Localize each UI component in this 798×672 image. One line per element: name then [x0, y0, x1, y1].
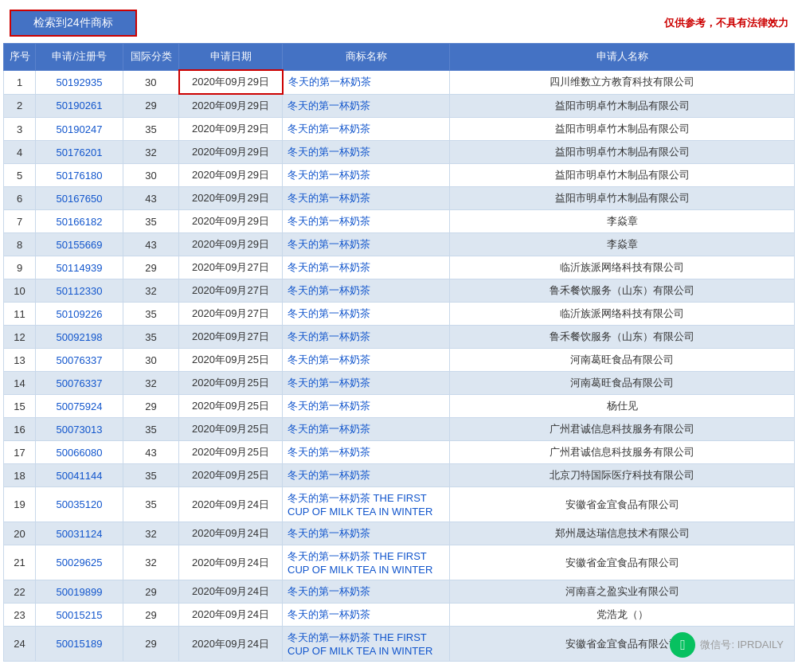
cell-appno[interactable]: 50015189 — [36, 627, 123, 662]
tmname-link[interactable]: 冬天的第一杯奶茶 — [288, 608, 370, 620]
appno-link[interactable]: 50035120 — [57, 498, 103, 510]
cell-appno[interactable]: 50019899 — [36, 580, 123, 604]
cell-appno[interactable]: 50190261 — [36, 94, 123, 118]
appno-link[interactable]: 50015215 — [57, 609, 103, 621]
tmname-link[interactable]: 冬天的第一杯奶茶 — [288, 354, 370, 365]
appno-link[interactable]: 50190247 — [57, 123, 103, 135]
cell-appno[interactable]: 50092198 — [36, 326, 123, 349]
appno-link[interactable]: 50109226 — [57, 308, 103, 320]
cell-appno[interactable]: 50073013 — [36, 418, 123, 441]
appno-link[interactable]: 50019899 — [57, 586, 103, 598]
tmname-link[interactable]: 冬天的第一杯奶茶 — [288, 261, 370, 273]
cell-tmname[interactable]: 冬天的第一杯奶茶 — [283, 118, 450, 141]
appno-link[interactable]: 50166182 — [57, 216, 103, 228]
cell-appno[interactable]: 50192935 — [36, 70, 123, 94]
tmname-link[interactable]: 冬天的第一杯奶茶 — [288, 423, 370, 435]
appno-link[interactable]: 50073013 — [57, 424, 103, 436]
cell-appno[interactable]: 50176201 — [36, 141, 123, 164]
appno-link[interactable]: 50167650 — [57, 193, 103, 205]
cell-tmname[interactable]: 冬天的第一杯奶茶 — [283, 303, 450, 326]
cell-appno[interactable]: 50029625 — [36, 545, 123, 580]
cell-appno[interactable]: 50167650 — [36, 187, 123, 210]
appno-link[interactable]: 50076337 — [57, 354, 103, 366]
cell-tmname[interactable]: 冬天的第一杯奶茶 — [283, 326, 450, 349]
tmname-link[interactable]: 冬天的第一杯奶茶 THE FIRST CUP OF MILK TEA IN WI… — [288, 492, 432, 518]
tmname-link[interactable]: 冬天的第一杯奶茶 — [288, 585, 370, 597]
cell-appno[interactable]: 50076337 — [36, 349, 123, 372]
cell-tmname[interactable]: 冬天的第一杯奶茶 — [283, 441, 450, 464]
cell-appno[interactable]: 50035120 — [36, 487, 123, 522]
cell-tmname[interactable]: 冬天的第一杯奶茶 — [283, 395, 450, 418]
tmname-link[interactable]: 冬天的第一杯奶茶 — [288, 146, 370, 158]
cell-tmname[interactable]: 冬天的第一杯奶茶 — [283, 187, 450, 210]
cell-tmname[interactable]: 冬天的第一杯奶茶 THE FIRST CUP OF MILK TEA IN WI… — [283, 545, 450, 580]
tmname-link[interactable]: 冬天的第一杯奶茶 — [288, 284, 370, 296]
tmname-link[interactable]: 冬天的第一杯奶茶 — [288, 469, 370, 481]
cell-applicant: 临沂族派网络科技有限公司 — [450, 303, 795, 326]
appno-link[interactable]: 50029625 — [57, 557, 103, 568]
cell-tmname[interactable]: 冬天的第一杯奶茶 — [283, 418, 450, 441]
tmname-link[interactable]: 冬天的第一杯奶茶 — [288, 400, 370, 412]
cell-appno[interactable]: 50076337 — [36, 372, 123, 395]
appno-link[interactable]: 50015189 — [57, 638, 103, 650]
cell-tmname[interactable]: 冬天的第一杯奶茶 THE FIRST CUP OF MILK TEA IN WI… — [283, 487, 450, 522]
tmname-link[interactable]: 冬天的第一杯奶茶 — [288, 527, 370, 539]
appno-link[interactable]: 50112330 — [57, 285, 103, 297]
tmname-link[interactable]: 冬天的第一杯奶茶 — [288, 100, 370, 111]
appno-link[interactable]: 50176201 — [57, 147, 103, 158]
cell-tmname[interactable]: 冬天的第一杯奶茶 — [283, 279, 450, 303]
tmname-link[interactable]: 冬天的第一杯奶茶 — [288, 330, 370, 342]
cell-tmname[interactable]: 冬天的第一杯奶茶 — [283, 256, 450, 279]
tmname-link[interactable]: 冬天的第一杯奶茶 — [288, 307, 370, 319]
tmname-link[interactable]: 冬天的第一杯奶茶 — [288, 76, 371, 88]
tmname-link[interactable]: 冬天的第一杯奶茶 THE FIRST CUP OF MILK TEA IN WI… — [288, 631, 432, 657]
appno-link[interactable]: 50190261 — [57, 100, 103, 111]
cell-tmname[interactable]: 冬天的第一杯奶茶 — [283, 233, 450, 256]
tmname-link[interactable]: 冬天的第一杯奶茶 — [288, 377, 370, 389]
appno-link[interactable]: 50114939 — [57, 262, 103, 274]
cell-tmname[interactable]: 冬天的第一杯奶茶 — [283, 210, 450, 233]
cell-tmname[interactable]: 冬天的第一杯奶茶 — [283, 349, 450, 372]
appno-link[interactable]: 50192935 — [57, 76, 103, 88]
appno-link[interactable]: 50176180 — [57, 170, 103, 182]
tmname-link[interactable]: 冬天的第一杯奶茶 — [288, 192, 370, 204]
appno-link[interactable]: 50075924 — [57, 400, 103, 412]
cell-appno[interactable]: 50015215 — [36, 604, 123, 627]
cell-appno[interactable]: 50190247 — [36, 118, 123, 141]
cell-appno[interactable]: 50109226 — [36, 303, 123, 326]
cell-tmname[interactable]: 冬天的第一杯奶茶 — [283, 580, 450, 604]
tmname-link[interactable]: 冬天的第一杯奶茶 — [288, 215, 370, 227]
cell-tmname[interactable]: 冬天的第一杯奶茶 — [283, 94, 450, 118]
cell-appno[interactable]: 50041144 — [36, 464, 123, 487]
cell-appno[interactable]: 50031124 — [36, 522, 123, 545]
cell-appno[interactable]: 50112330 — [36, 279, 123, 303]
cell-tmname[interactable]: 冬天的第一杯奶茶 — [283, 464, 450, 487]
tmname-link[interactable]: 冬天的第一杯奶茶 — [288, 169, 370, 181]
cell-appno[interactable]: 50155669 — [36, 233, 123, 256]
cell-appno[interactable]: 50176180 — [36, 164, 123, 187]
cell-appno[interactable]: 50166182 — [36, 210, 123, 233]
tmname-link[interactable]: 冬天的第一杯奶茶 — [288, 446, 370, 458]
appno-link[interactable]: 50031124 — [57, 528, 103, 540]
tmname-link[interactable]: 冬天的第一杯奶茶 — [288, 123, 370, 135]
cell-appno[interactable]: 50066080 — [36, 441, 123, 464]
cell-appno[interactable]: 50114939 — [36, 256, 123, 279]
cell-tmname[interactable]: 冬天的第一杯奶茶 THE FIRST CUP OF MILK TEA IN WI… — [283, 627, 450, 662]
appno-link[interactable]: 50092198 — [57, 331, 103, 343]
tmname-link[interactable]: 冬天的第一杯奶茶 THE FIRST CUP OF MILK TEA IN WI… — [288, 550, 432, 576]
cell-appno[interactable]: 50075924 — [36, 395, 123, 418]
cell-tmname[interactable]: 冬天的第一杯奶茶 — [283, 604, 450, 627]
cell-tmname[interactable]: 冬天的第一杯奶茶 — [283, 372, 450, 395]
appno-link[interactable]: 50076337 — [57, 377, 103, 389]
appno-link[interactable]: 50066080 — [57, 447, 103, 459]
cell-appdate: 2020年09月25日 — [179, 441, 283, 464]
cell-tmname[interactable]: 冬天的第一杯奶茶 — [283, 164, 450, 187]
search-result-button[interactable]: 检索到24件商标 — [11, 11, 135, 35]
cell-tmname[interactable]: 冬天的第一杯奶茶 — [283, 522, 450, 545]
cell-tmname[interactable]: 冬天的第一杯奶茶 — [283, 70, 450, 94]
appno-link[interactable]: 50155669 — [57, 239, 103, 251]
appno-link[interactable]: 50041144 — [57, 470, 103, 482]
cell-tmname[interactable]: 冬天的第一杯奶茶 — [283, 141, 450, 164]
cell-seq: 24 — [4, 627, 36, 662]
tmname-link[interactable]: 冬天的第一杯奶茶 — [288, 238, 370, 250]
